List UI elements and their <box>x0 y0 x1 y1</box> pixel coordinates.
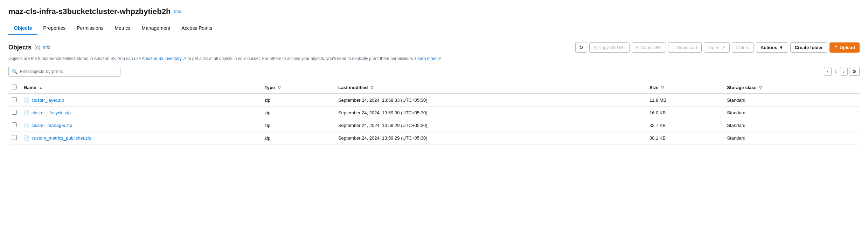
bucket-info-link[interactable]: Info <box>174 9 181 14</box>
file-link-0[interactable]: 📄 cluster_layer.zip <box>24 98 258 103</box>
external-link-icon: ↗ <box>183 56 187 61</box>
open-button[interactable]: Open ↗ <box>704 42 730 53</box>
search-icon: 🔍 <box>12 69 18 74</box>
file-link-2[interactable]: 📄 cluster_manager.zip <box>24 123 258 128</box>
row-checkbox-1[interactable] <box>12 110 17 115</box>
objects-header: Objects (4) Info ↻ ⎘ Copy S3 URI ⎘ Copy … <box>8 42 860 53</box>
row-checkbox-0[interactable] <box>12 97 17 102</box>
select-all-checkbox[interactable] <box>12 85 17 89</box>
row-checkbox-2[interactable] <box>12 122 17 127</box>
pagination-next-button[interactable]: › <box>840 67 848 76</box>
row-checkbox-cell <box>8 132 20 145</box>
download-icon: ↓ <box>673 45 675 50</box>
content-section: Objects (4) Info ↻ ⎘ Copy S3 URI ⎘ Copy … <box>0 35 868 152</box>
pagination-prev-button[interactable]: ‹ <box>824 67 832 76</box>
description-text: Objects are the fundamental entities sto… <box>8 56 142 61</box>
description-mid-text: to get a list of all objects in your buc… <box>188 56 415 61</box>
file-name: cluster_lifecycle.zip <box>32 110 71 115</box>
row-storage-class-cell: Standard <box>723 119 860 132</box>
create-folder-label: Create folder <box>795 45 823 50</box>
chevron-down-icon: ▼ <box>779 45 784 50</box>
bucket-title: maz-cls-infra-s3bucketcluster-whpzbytieb… <box>8 7 171 16</box>
file-icon: 📄 <box>24 98 29 103</box>
table-row: 📄 cluster_layer.zip zip September 24, 20… <box>8 94 860 107</box>
objects-info-link[interactable]: Info <box>43 45 50 50</box>
table-body: 📄 cluster_layer.zip zip September 24, 20… <box>8 94 860 145</box>
row-type-cell: zip <box>261 94 335 107</box>
copy-s3-uri-button[interactable]: ⎘ Copy S3 URI <box>589 42 630 53</box>
create-folder-button[interactable]: Create folder <box>790 42 827 53</box>
s3-inventory-link[interactable]: Amazon S3 inventory <box>142 56 182 61</box>
type-sort-icon: ▽ <box>278 86 280 90</box>
tab-objects[interactable]: Objects <box>8 22 37 35</box>
row-last-modified-cell: September 24, 2024, 13:59:29 (UTC+05:30) <box>335 119 646 132</box>
download-label: Download <box>677 45 697 50</box>
row-checkbox-3[interactable] <box>12 135 17 140</box>
file-icon: 📄 <box>24 123 29 128</box>
tab-access-points[interactable]: Access Points <box>176 22 218 35</box>
col-size[interactable]: Size ▽ <box>646 82 723 94</box>
table-row: 📄 cluster_lifecycle.zip zip September 24… <box>8 107 860 119</box>
description-row: Objects are the fundamental entities sto… <box>8 55 860 62</box>
file-icon: 📄 <box>24 135 29 141</box>
upload-label: Upload <box>840 45 855 50</box>
table-header: Name ▲ Type ▽ Last modified ▽ Size ▽ <box>8 82 860 94</box>
row-last-modified-cell: September 24, 2024, 13:59:33 (UTC+05:30) <box>335 94 646 107</box>
objects-count: (4) <box>34 45 40 50</box>
size-sort-icon: ▽ <box>661 86 664 90</box>
row-checkbox-cell <box>8 107 20 119</box>
file-link-1[interactable]: 📄 cluster_lifecycle.zip <box>24 110 258 115</box>
toolbar: ↻ ⎘ Copy S3 URI ⎘ Copy URL ↓ Download Op… <box>575 42 860 53</box>
row-name-cell: 📄 cluster_lifecycle.zip <box>20 107 261 119</box>
refresh-button[interactable]: ↻ <box>575 42 587 53</box>
actions-button[interactable]: Actions ▼ <box>756 42 788 53</box>
download-button[interactable]: ↓ Download <box>668 42 701 53</box>
tab-management[interactable]: Management <box>136 22 176 35</box>
file-name: cluster_manager.zip <box>32 123 72 128</box>
col-name[interactable]: Name ▲ <box>20 82 261 94</box>
tab-permissions[interactable]: Permissions <box>71 22 109 35</box>
copy-s3-uri-label: Copy S3 URI <box>598 45 625 50</box>
row-type-cell: zip <box>261 132 335 145</box>
page-wrapper: maz-cls-infra-s3bucketcluster-whpzbytieb… <box>0 0 868 235</box>
row-size-cell: 11.8 MB <box>646 94 723 107</box>
storage-class-sort-icon: ▽ <box>759 86 762 90</box>
delete-button[interactable]: Delete <box>732 42 754 53</box>
tab-metrics[interactable]: Metrics <box>109 22 136 35</box>
delete-label: Delete <box>736 45 750 50</box>
table-settings-button[interactable]: ⚙ <box>849 67 860 76</box>
pagination-row: ‹ 1 › ⚙ <box>824 67 860 76</box>
row-type-cell: zip <box>261 107 335 119</box>
file-link-3[interactable]: 📄 custom_metrics_publisher.zip <box>24 135 258 141</box>
last-modified-sort-icon: ▽ <box>370 86 373 90</box>
row-last-modified-cell: September 24, 2024, 13:59:29 (UTC+05:30) <box>335 132 646 145</box>
row-name-cell: 📄 cluster_layer.zip <box>20 94 261 107</box>
row-size-cell: 30.1 KB <box>646 132 723 145</box>
search-input[interactable] <box>8 66 120 77</box>
col-last-modified[interactable]: Last modified ▽ <box>335 82 646 94</box>
row-checkbox-cell <box>8 119 20 132</box>
copy-url-icon: ⎘ <box>636 45 639 50</box>
table-row: 📄 cluster_manager.zip zip September 24, … <box>8 119 860 132</box>
row-storage-class-cell: Standard <box>723 94 860 107</box>
col-storage-class[interactable]: Storage class ▽ <box>723 82 860 94</box>
row-name-cell: 📄 custom_metrics_publisher.zip <box>20 132 261 145</box>
pagination-current: 1 <box>833 69 838 74</box>
file-name: custom_metrics_publisher.zip <box>32 135 91 141</box>
objects-table: Name ▲ Type ▽ Last modified ▽ Size ▽ <box>8 82 860 145</box>
upload-button[interactable]: ⤒ Upload <box>829 42 860 53</box>
col-type[interactable]: Type ▽ <box>261 82 335 94</box>
actions-label: Actions <box>761 45 777 50</box>
row-type-cell: zip <box>261 119 335 132</box>
learn-more-ext-icon: ↗ <box>438 56 441 61</box>
objects-title-group: Objects (4) Info <box>8 44 50 51</box>
open-label: Open <box>708 45 720 50</box>
copy-url-button[interactable]: ⎘ Copy URL <box>632 42 666 53</box>
search-input-wrapper: 🔍 <box>8 66 120 77</box>
row-checkbox-cell <box>8 94 20 107</box>
refresh-icon: ↻ <box>579 45 583 50</box>
learn-more-link[interactable]: Learn more <box>415 56 437 61</box>
objects-title: Objects <box>8 44 32 51</box>
tab-properties[interactable]: Properties <box>37 22 71 35</box>
table-row: 📄 custom_metrics_publisher.zip zip Septe… <box>8 132 860 145</box>
